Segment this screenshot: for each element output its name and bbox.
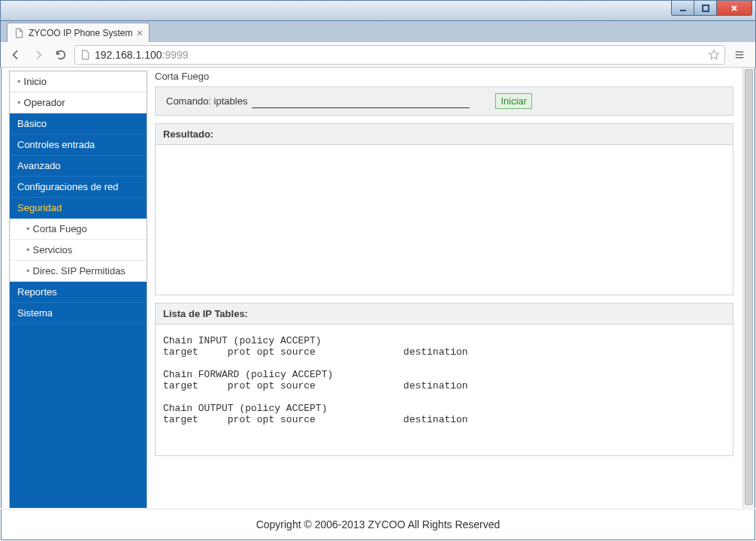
window-titlebar [0,0,756,21]
svg-rect-2 [736,51,744,52]
sidebar-item-inicio[interactable]: •Inicio [10,71,147,92]
page-icon [14,28,24,38]
sidebar-header-reportes[interactable]: Reportes [10,282,147,303]
sidebar-label: Inicio [24,76,47,87]
main-panel: Corta Fuego Comando: iptables Iniciar Re… [147,68,742,508]
page-viewport: •Inicio •Operador Básico Controles entra… [1,68,755,508]
sidebar-header-config-red[interactable]: Configuraciones de red [10,177,147,198]
iptables-list-header: Lista de IP Tables: [155,303,733,325]
window-close-button[interactable] [716,1,752,16]
iniciar-button[interactable]: Iniciar [495,93,532,109]
address-bar[interactable]: 192.168.1.100:9999 [74,45,725,65]
svg-rect-0 [680,10,686,11]
tab-close-icon[interactable]: × [137,28,143,38]
command-input[interactable] [252,95,470,108]
page-title: Corta Fuego [155,71,733,82]
vertical-scrollbar[interactable] [742,68,754,508]
sidebar-header-sistema[interactable]: Sistema [10,303,147,324]
scrollbar-thumb[interactable] [745,69,753,505]
site-icon [80,50,90,60]
svg-rect-3 [736,54,744,55]
sidebar-label: Operador [24,97,65,108]
svg-rect-4 [736,56,744,57]
command-row: Comando: iptables Iniciar [155,86,733,116]
sidebar-sub-servicios[interactable]: •Servicios [10,240,147,261]
sidebar-label: Servicios [33,244,73,255]
browser-tab[interactable]: ZYCOO IP Phone System × [7,23,150,42]
url-text: 192.168.1.100:9999 [95,49,708,61]
sidebar-label: Corta Fuego [33,223,87,234]
window-minimize-button[interactable] [671,1,694,16]
sidebar-header-avanzado[interactable]: Avanzado [10,156,147,177]
tab-title: ZYCOO IP Phone System [29,28,137,38]
sidebar-header-basico[interactable]: Básico [10,113,147,134]
sidebar: •Inicio •Operador Básico Controles entra… [9,71,147,508]
sidebar-sub-corta-fuego[interactable]: •Corta Fuego [10,219,147,240]
resultado-body [155,145,733,295]
command-label: Comando: iptables [166,95,247,107]
reload-button[interactable] [52,46,70,64]
sidebar-sub-direc-sip[interactable]: •Direc. SIP Permitidas [10,261,147,282]
resultado-header: Resultado: [155,123,733,145]
sidebar-item-operador[interactable]: •Operador [10,92,147,113]
bookmark-star-icon[interactable] [708,49,720,61]
sidebar-header-seguridad[interactable]: Seguridad [10,198,147,219]
footer-text: Copyright © 2006-2013 ZYCOO All Rights R… [256,518,500,530]
window-maximize-button[interactable] [694,1,716,16]
sidebar-header-controles[interactable]: Controles entrada [10,134,147,156]
browser-toolbar: 192.168.1.100:9999 [0,42,756,68]
footer: Copyright © 2006-2013 ZYCOO All Rights R… [1,509,755,540]
forward-button[interactable] [29,46,47,64]
iptables-list-body: Chain INPUT (policy ACCEPT) target prot … [155,325,733,456]
iptables-output: Chain INPUT (policy ACCEPT) target prot … [163,335,725,425]
browser-tabstrip: ZYCOO IP Phone System × [0,21,756,42]
back-button[interactable] [7,46,25,64]
sidebar-label: Direc. SIP Permitidas [33,265,125,277]
browser-menu-button[interactable] [730,45,749,65]
svg-rect-1 [703,5,709,11]
sidebar-fill [10,324,147,508]
